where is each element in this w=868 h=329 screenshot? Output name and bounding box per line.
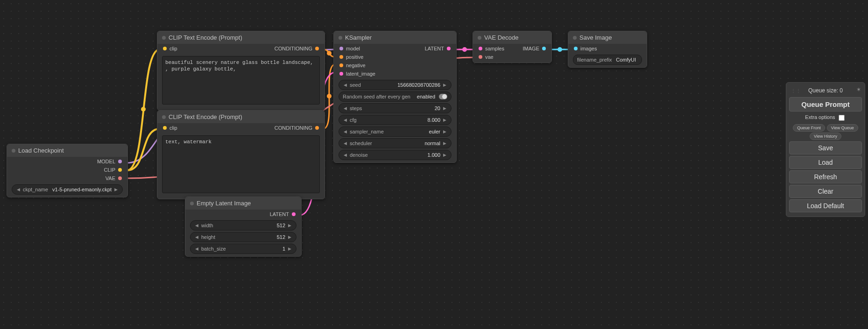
node-title[interactable]: Save Image	[568, 31, 647, 44]
node-save-image[interactable]: Save Image images filename_prefix ComfyU…	[568, 31, 647, 68]
chevron-left-icon[interactable]: ◀	[343, 83, 348, 87]
input-samples[interactable]: samples	[479, 46, 504, 51]
widget-filename-prefix[interactable]: filename_prefix ComfyUI	[573, 55, 642, 65]
view-queue-button[interactable]: View Queue	[827, 124, 858, 132]
clear-button[interactable]: Clear	[789, 185, 862, 198]
collapse-icon[interactable]	[478, 36, 481, 40]
chevron-right-icon[interactable]: ▶	[287, 223, 292, 228]
chevron-right-icon[interactable]: ▶	[442, 129, 447, 134]
collapse-icon[interactable]	[162, 115, 166, 119]
chevron-right-icon[interactable]: ▶	[442, 141, 447, 146]
queue-prompt-button[interactable]: Queue Prompt	[789, 97, 862, 112]
node-title[interactable]: KSampler	[334, 31, 456, 44]
input-clip[interactable]: clip	[163, 46, 177, 51]
input-positive[interactable]: positive	[339, 54, 363, 60]
node-title[interactable]: Empty Latent Image	[185, 197, 301, 210]
chevron-right-icon[interactable]: ▶	[442, 118, 447, 122]
widget-seed[interactable]: ◀ seed 156680208700286 ▶	[339, 80, 452, 90]
port-dot[interactable]	[339, 47, 343, 50]
port-dot[interactable]	[163, 126, 167, 130]
node-vae-decode[interactable]: VAE Decode samples IMAGE vae	[473, 31, 552, 63]
output-latent[interactable]: LATENT	[270, 211, 296, 217]
control-panel[interactable]: ⋮⋮ Queue size: 0 ✶ Queue Prompt Extra op…	[786, 82, 865, 217]
input-negative[interactable]: negative	[339, 63, 366, 68]
input-vae[interactable]: vae	[479, 54, 494, 60]
drag-handle-icon[interactable]: ⋮⋮	[791, 88, 796, 93]
widget-ckpt-name[interactable]: ◀ ckpt_name v1-5-pruned-emaonly.ckpt ▶	[12, 184, 123, 195]
collapse-icon[interactable]	[339, 36, 342, 40]
chevron-left-icon[interactable]: ◀	[194, 235, 199, 239]
chevron-left-icon[interactable]: ◀	[16, 187, 21, 192]
load-default-button[interactable]: Load Default	[789, 199, 862, 212]
node-load-checkpoint[interactable]: Load Checkpoint MODEL CLIP VAE ◀ ckpt_na…	[7, 144, 128, 197]
gear-icon[interactable]: ✶	[856, 86, 861, 93]
chevron-right-icon[interactable]: ▶	[442, 153, 447, 157]
chevron-left-icon[interactable]: ◀	[343, 106, 348, 111]
port-dot[interactable]	[542, 47, 546, 50]
port-dot[interactable]	[447, 47, 451, 50]
port-dot[interactable]	[163, 47, 167, 50]
widget-randomize[interactable]: Random seed after every gen enabled	[339, 91, 452, 102]
save-button[interactable]: Save	[789, 141, 862, 154]
widget-scheduler[interactable]: ◀ scheduler normal ▶	[339, 138, 452, 148]
output-model[interactable]: MODEL	[97, 159, 122, 164]
node-title[interactable]: Load Checkpoint	[7, 144, 127, 157]
output-clip[interactable]: CLIP	[104, 167, 122, 173]
chevron-right-icon[interactable]: ▶	[442, 106, 447, 111]
chevron-left-icon[interactable]: ◀	[194, 246, 199, 251]
extra-options[interactable]: Extra options	[789, 113, 862, 122]
port-dot[interactable]	[315, 126, 319, 130]
refresh-button[interactable]: Refresh	[789, 170, 862, 183]
chevron-left-icon[interactable]: ◀	[194, 223, 199, 228]
widget-batch-size[interactable]: ◀ batch_size 1 ▶	[190, 244, 296, 254]
port-dot[interactable]	[292, 212, 296, 216]
queue-front-button[interactable]: Queue Front	[793, 124, 825, 132]
prompt-textarea[interactable]: beautiful scenery nature glass bottle la…	[162, 56, 320, 105]
output-vae[interactable]: VAE	[106, 175, 122, 181]
node-clip-text-encode-negative[interactable]: CLIP Text Encode (Prompt) clip CONDITION…	[157, 110, 325, 199]
output-image[interactable]: IMAGE	[523, 46, 546, 51]
port-dot[interactable]	[118, 176, 122, 180]
port-dot[interactable]	[339, 55, 343, 59]
collapse-icon[interactable]	[573, 36, 577, 40]
collapse-icon[interactable]	[190, 202, 194, 205]
node-clip-text-encode-positive[interactable]: CLIP Text Encode (Prompt) clip CONDITION…	[157, 31, 325, 111]
widget-denoise[interactable]: ◀ denoise 1.000 ▶	[339, 150, 452, 160]
chevron-right-icon[interactable]: ▶	[113, 187, 119, 192]
output-latent[interactable]: LATENT	[425, 46, 451, 51]
node-title[interactable]: CLIP Text Encode (Prompt)	[157, 111, 325, 123]
chevron-left-icon[interactable]: ◀	[343, 141, 348, 146]
widget-cfg[interactable]: ◀ cfg 8.000 ▶	[339, 115, 452, 125]
node-title[interactable]: VAE Decode	[473, 31, 551, 44]
prompt-textarea[interactable]: text, watermark	[162, 135, 320, 193]
input-images[interactable]: images	[574, 46, 597, 51]
port-dot[interactable]	[479, 47, 482, 50]
port-dot[interactable]	[479, 55, 482, 59]
port-dot[interactable]	[118, 160, 122, 163]
port-dot[interactable]	[339, 72, 343, 76]
output-conditioning[interactable]: CONDITIONING	[275, 46, 319, 51]
port-dot[interactable]	[315, 47, 319, 50]
widget-height[interactable]: ◀ height 512 ▶	[190, 232, 296, 242]
chevron-right-icon[interactable]: ▶	[287, 246, 292, 251]
chevron-right-icon[interactable]: ▶	[287, 235, 292, 239]
chevron-left-icon[interactable]: ◀	[343, 153, 348, 157]
widget-steps[interactable]: ◀ steps 20 ▶	[339, 103, 452, 113]
extra-options-checkbox[interactable]	[839, 115, 845, 121]
panel-header[interactable]: ⋮⋮ Queue size: 0 ✶	[789, 85, 862, 96]
node-empty-latent[interactable]: Empty Latent Image LATENT ◀ width 512 ▶ …	[185, 196, 302, 257]
port-dot[interactable]	[339, 63, 343, 67]
collapse-icon[interactable]	[12, 149, 15, 153]
node-title[interactable]: CLIP Text Encode (Prompt)	[157, 31, 325, 44]
chevron-left-icon[interactable]: ◀	[343, 118, 348, 122]
chevron-left-icon[interactable]: ◀	[343, 129, 348, 134]
toggle-icon[interactable]	[439, 94, 447, 99]
input-model[interactable]: model	[339, 46, 360, 51]
input-latent-image[interactable]: latent_image	[339, 71, 375, 77]
collapse-icon[interactable]	[162, 36, 166, 40]
view-history-button[interactable]: View History	[810, 133, 841, 140]
output-conditioning[interactable]: CONDITIONING	[275, 125, 319, 131]
port-dot[interactable]	[574, 47, 578, 50]
widget-sampler-name[interactable]: ◀ sampler_name euler ▶	[339, 126, 452, 137]
chevron-right-icon[interactable]: ▶	[442, 83, 447, 87]
